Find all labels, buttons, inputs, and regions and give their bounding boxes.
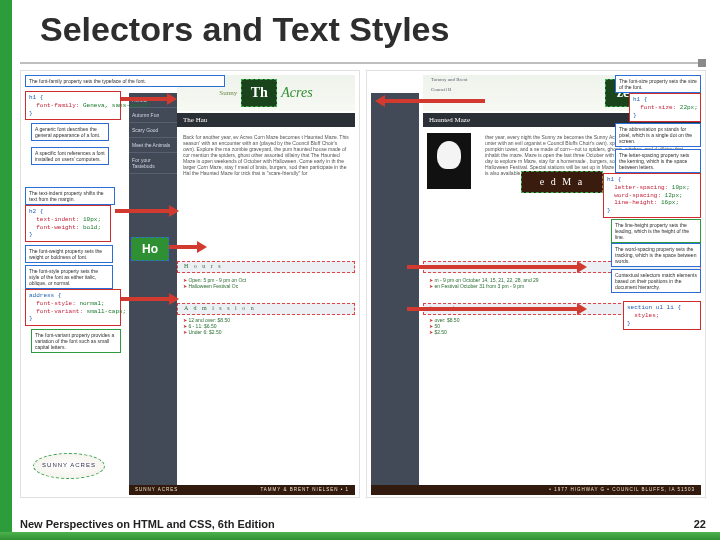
footer-page-number: 22	[694, 518, 706, 530]
callout-generic-font: A generic font describes the general app…	[31, 123, 109, 141]
site-footer-strip: • 1977 HIGHWAY G • COUNCIL BLUFFS, IA 51…	[371, 485, 701, 495]
footer-credits: • 1977 HIGHWAY G • COUNCIL BLUFFS, IA 51…	[549, 487, 695, 492]
site-nav-sidebar	[371, 93, 419, 493]
figure-content: HOME Autumn Fun Scary Good Meet the Anim…	[20, 70, 706, 498]
admission-list: 12 and over: $8.50 6 - 11: $6.50 Under 6…	[183, 317, 355, 335]
list-item: Under 6: $2.50	[183, 329, 355, 335]
article-headline: The Hau	[177, 113, 355, 127]
admission-heading: A d m i s s i o n	[177, 303, 355, 315]
code-h1-font-family: h1 { font-family: Geneva, sans-serif; }	[25, 91, 121, 120]
figure-left-page: HOME Autumn Fun Scary Good Meet the Anim…	[20, 70, 360, 498]
slide-footer: New Perspectives on HTML and CSS, 6th Ed…	[20, 518, 706, 530]
kerning-sample: e d M a	[521, 171, 603, 193]
code-h1-spacing: h1 { letter-spacing: 10px; word-spacing:…	[603, 173, 701, 218]
code-address-style-variant: address { font-style: normal; font-varia…	[25, 289, 121, 326]
callout-contextual-selectors: Contextual selectors match elements base…	[611, 269, 701, 293]
slide-bottom-accent	[0, 532, 720, 540]
code-contextual-selector: section ul li { styles; }	[623, 301, 701, 330]
article-body: Back for another year, ev Acres Corn Maz…	[177, 131, 355, 209]
masthead-initial: Th	[241, 79, 277, 107]
hours-heading: H o u r s	[177, 261, 355, 273]
slide-accent-bar	[0, 0, 12, 540]
site-footer-strip: SUNNY ACRES TAMMY & BRENT NIELSEN • 1	[129, 485, 355, 495]
masthead-brand: Acres	[281, 85, 312, 102]
masthead-mid: Council B	[431, 87, 451, 93]
ghost-photo	[427, 133, 471, 189]
title-underline	[20, 62, 706, 64]
footer-credits: TAMMY & BRENT NIELSEN • 1	[260, 487, 349, 492]
slide-title: Selectors and Text Styles	[40, 10, 449, 49]
footer-brand: SUNNY ACRES	[135, 487, 178, 492]
callout-specific-font: A specific font references a font instal…	[31, 147, 109, 165]
code-h1-font-size: h1 { font-size: 22px; }	[629, 93, 701, 122]
callout-font-style: The font-style property sets the style o…	[25, 265, 113, 289]
callout-font-variant: The font-variant property provides a var…	[31, 329, 121, 353]
code-h2-indent-weight: h2 { text-indent: 10px; font-weight: bol…	[25, 205, 111, 242]
callout-letter-spacing: The letter-spacing property sets the ker…	[615, 149, 701, 173]
nav-item: For your Tastebuds	[129, 153, 177, 174]
nav-item: Scary Good	[129, 123, 177, 138]
callout-text-indent: The text-indent property shifts the text…	[25, 187, 115, 205]
masthead-top: Tommy and Brent	[431, 77, 467, 83]
callout-font-family: The font-family property sets the typefa…	[25, 75, 225, 87]
list-item: Halloween Festival Oc	[183, 283, 355, 289]
figure-right-page: Tommy and Brent Council B ze Haunted Maz…	[366, 70, 706, 498]
callout-word-spacing: The word-spacing property sets the track…	[611, 243, 701, 267]
hours-list: Open: 5 pm - 9 pm on Oct Halloween Festi…	[183, 277, 355, 289]
callout-px-abbrev: The abbreviation px stands for pixel, wh…	[615, 123, 701, 147]
nav-item: Meet the Animals	[129, 138, 177, 153]
footer-book-title: New Perspectives on HTML and CSS, 6th Ed…	[20, 518, 275, 530]
nav-item: Autumn Fun	[129, 108, 177, 123]
callout-line-height: The line-height property sets the leadin…	[611, 219, 701, 243]
masthead-tag: Sunny	[219, 89, 237, 97]
ho-callout-chip: Ho	[131, 237, 169, 261]
callout-font-weight: The font-weight property sets the weight…	[25, 245, 113, 263]
callout-font-size: The font-size property sets the size of …	[615, 75, 701, 93]
sunny-acres-stamp: SUNNY ACRES	[33, 453, 105, 479]
